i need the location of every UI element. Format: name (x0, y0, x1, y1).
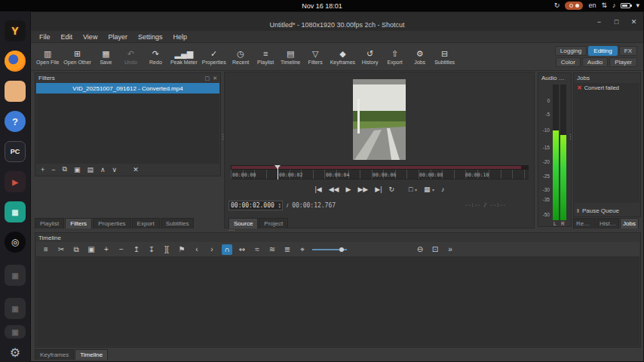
layout-color-button[interactable]: Color (556, 57, 581, 67)
append-icon[interactable]: + (101, 244, 112, 255)
scrub-while-dragging-icon[interactable]: ↭ (237, 244, 247, 255)
overwrite-icon[interactable]: ↧ (146, 244, 157, 255)
tab-properties[interactable]: Properties (93, 218, 130, 229)
properties-button[interactable]: ✓Properties (200, 48, 228, 66)
loop-button[interactable]: ↻ (389, 186, 395, 193)
fast-forward-button[interactable]: ▶▶ (357, 186, 368, 193)
menu-help[interactable]: Help (167, 32, 192, 41)
menu-file[interactable]: File (34, 32, 56, 41)
open-other-button[interactable]: ⊞Open Other (61, 48, 94, 66)
layout-audio-button[interactable]: Audio (582, 57, 608, 67)
marker-icon[interactable]: ⚑ (176, 244, 187, 255)
dock-item-files[interactable] (5, 81, 26, 102)
ripple-icon[interactable]: ≈ (252, 244, 262, 255)
undo-button[interactable]: ↶Undo (118, 48, 143, 66)
timeline-tracks-area[interactable] (36, 257, 639, 346)
keyframes-button[interactable]: ◆Keyframes (328, 48, 357, 66)
jobs-button[interactable]: ⚙Jobs (407, 48, 432, 66)
layout-player-button[interactable]: Player (609, 57, 637, 67)
player-volume-button[interactable]: ♪ (441, 186, 445, 193)
tab-keyframes[interactable]: Keyframes (35, 349, 74, 360)
lift-icon[interactable]: ↥ (131, 244, 142, 255)
screen-record-indicator[interactable] (565, 2, 583, 10)
volume-icon[interactable]: ♪ (612, 2, 616, 9)
player-scrubber[interactable]: 00:00:00 00:00:02 00:00:04 00:00:06 00:0… (231, 165, 529, 179)
skip-end-button[interactable]: ▶| (375, 186, 382, 193)
menu-view[interactable]: View (78, 32, 103, 41)
spinner-arrows[interactable]: ▴▾ (278, 202, 281, 208)
move-filter-up-icon[interactable]: ∧ (100, 166, 106, 173)
playhead[interactable] (278, 165, 278, 179)
zoom-fit-icon[interactable]: ⊡ (430, 244, 440, 255)
power-menu-icon[interactable]: ▾ (636, 2, 639, 9)
dock-item-pc[interactable]: PC (5, 141, 26, 162)
vertical-splitter[interactable]: ⋮ (567, 133, 574, 140)
copy-filters-icon[interactable]: ⧉ (63, 165, 67, 173)
export-button[interactable]: ⇧Export (382, 48, 407, 66)
tab-history[interactable]: History (596, 218, 619, 229)
dock-item-teal-app[interactable]: ▦ (5, 201, 26, 222)
layout-fx-button[interactable]: FX (619, 46, 637, 56)
grid-button[interactable]: ▦ ▾ (424, 186, 434, 193)
refresh-icon[interactable]: ↻ (554, 2, 560, 9)
tab-jobs[interactable]: Jobs (620, 218, 639, 229)
rewind-button[interactable]: ◀◀ (329, 186, 339, 193)
vertical-splitter[interactable]: ⋮ (219, 133, 226, 140)
tab-playlist[interactable]: Playlist (35, 218, 64, 229)
filter-target-clip[interactable]: VID_20251007_091612 - Converted.mp4 (36, 83, 219, 94)
prev-marker-icon[interactable]: ‹ (192, 244, 202, 255)
pause-queue-button[interactable]: ‖ Pause Queue (577, 207, 619, 214)
timeline-button[interactable]: ▤Timeline (278, 48, 303, 66)
menu-settings[interactable]: Settings (133, 32, 168, 41)
timeline-zoom-slider[interactable] (312, 245, 347, 254)
tab-timeline[interactable]: Timeline (75, 349, 108, 360)
ripple-all-tracks-icon[interactable]: ≋ (267, 244, 278, 255)
close-panel-icon[interactable]: ✕ (213, 75, 217, 81)
filters-button[interactable]: ▽Filters (303, 48, 328, 66)
dock-item-help[interactable]: ? (5, 111, 26, 132)
history-button[interactable]: ↺History (357, 48, 382, 66)
recent-button[interactable]: ◷Recent (228, 48, 253, 66)
network-icon[interactable]: ⇅ (601, 2, 607, 9)
dock-item-obs[interactable]: ◎ (5, 232, 26, 253)
playlist-button[interactable]: ≡Playlist (253, 48, 278, 66)
layout-editing-button[interactable]: Editing (588, 46, 617, 56)
tab-subtitles[interactable]: Subtitles (161, 218, 195, 229)
menu-edit[interactable]: Edit (56, 32, 78, 41)
save-filter-set-icon[interactable]: ▤ (87, 166, 94, 173)
close-button[interactable]: ✕ (629, 18, 639, 26)
ripple-markers-icon[interactable]: ≣ (282, 244, 293, 255)
dock-item-video-app[interactable]: ▶ (5, 171, 26, 192)
split-icon[interactable]: ][ (161, 244, 172, 255)
ripple-delete-icon[interactable]: − (116, 244, 127, 255)
dock-item-grayed-1[interactable]: ▣ (5, 265, 26, 286)
clock[interactable]: Nov 16 18:01 (302, 2, 342, 10)
zoom-out-icon[interactable]: ⊖ (415, 244, 425, 255)
dock-item-settings[interactable]: ⚙ (5, 342, 26, 362)
subtitles-button[interactable]: ⊟Subtitles (432, 48, 457, 66)
position-spinner[interactable]: 00:00:02.000 ▴▾ (228, 201, 283, 210)
cut-icon[interactable]: ✂ (56, 244, 66, 255)
tab-recent[interactable]: Recent (573, 218, 596, 229)
timeline-menu-icon[interactable]: ≡ (41, 244, 51, 255)
dock-item-grayed-3[interactable]: ▣ (5, 325, 26, 339)
filter-list[interactable] (36, 94, 219, 164)
save-button[interactable]: ▦Save (94, 48, 118, 66)
menu-player[interactable]: Player (103, 32, 133, 41)
job-item[interactable]: ✕ Convert failed (575, 83, 639, 93)
paste-icon[interactable]: ▣ (86, 244, 97, 255)
center-playhead-icon[interactable]: ⌖ (297, 244, 308, 255)
paste-filters-icon[interactable]: ▣ (74, 166, 81, 173)
remove-filter-icon[interactable]: − (51, 166, 55, 173)
tab-project[interactable]: Project (259, 218, 288, 229)
minimize-button[interactable]: − (594, 18, 604, 26)
player-zoom-button[interactable]: □ ▾ (409, 186, 417, 193)
peak-meter-button[interactable]: ▂▄▆Peak Meter (168, 48, 200, 66)
layout-logging-button[interactable]: Logging (555, 46, 587, 56)
add-filter-icon[interactable]: + (41, 166, 44, 173)
tab-filters[interactable]: Filters (65, 218, 92, 229)
copy-icon[interactable]: ⧉ (71, 244, 81, 255)
open-file-button[interactable]: ▥Open File (34, 48, 61, 66)
skip-start-button[interactable]: |◀ (314, 186, 321, 193)
redo-button[interactable]: ↷Redo (143, 48, 168, 66)
